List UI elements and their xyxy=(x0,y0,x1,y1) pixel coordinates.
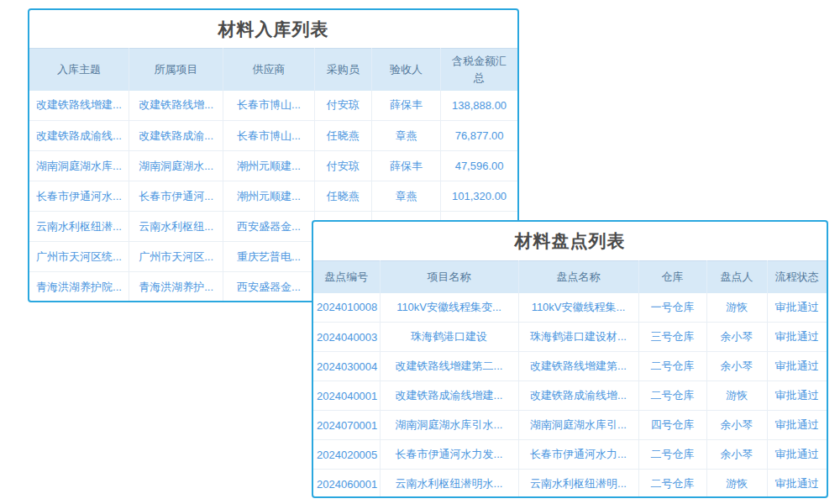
table-row[interactable]: 2024030004改建铁路线增建第二...改建铁路线增建第...二号仓库余小琴… xyxy=(313,352,827,381)
table-cell-link[interactable]: 2024040001 xyxy=(313,381,380,411)
table-cell-link[interactable]: 改建铁路成渝... xyxy=(129,121,223,151)
table-cell-link[interactable]: 长春市伊通河... xyxy=(129,181,223,212)
table-cell-link[interactable]: 改建铁路线增建第... xyxy=(518,352,638,381)
table-cell-link[interactable]: 湖南洞庭湖水库... xyxy=(29,151,129,181)
table-cell-link[interactable]: 四号仓库 xyxy=(638,411,706,440)
table-cell-link[interactable]: 青海洪湖养护... xyxy=(129,272,223,302)
table-cell-link[interactable]: 改建铁路成渝线... xyxy=(29,121,129,151)
table-cell-link[interactable]: 2024010008 xyxy=(313,293,380,323)
table-cell-link[interactable]: 任晓燕 xyxy=(314,121,371,151)
table-cell-link[interactable]: 青海洪湖养护院... xyxy=(29,272,129,302)
table-row[interactable]: 湖南洞庭湖水库...湖南洞庭湖水...潮州元顺建...付安琼薛保丰47,596.… xyxy=(29,151,517,181)
table-cell-link[interactable]: 湖南洞庭湖水库引水... xyxy=(380,411,518,440)
table-cell-link[interactable]: 二号仓库 xyxy=(638,381,706,411)
table-cell-link[interactable]: 珠海鹤港口建设 xyxy=(380,323,518,352)
column-header: 含税金额汇总 xyxy=(441,49,517,91)
material-stocktake-list-card: 材料盘点列表 盘点编号项目名称盘点名称仓库盘点人流程状态202401000811… xyxy=(312,220,828,498)
column-header: 验收人 xyxy=(371,49,440,91)
table-cell-link[interactable]: 余小琴 xyxy=(706,352,767,381)
table-row[interactable]: 改建铁路成渝线...改建铁路成渝...长春市博山...任晓燕章燕76,877.0… xyxy=(29,121,517,151)
inbound-list-title: 材料入库列表 xyxy=(29,10,517,48)
header-row: 盘点编号项目名称盘点名称仓库盘点人流程状态 xyxy=(313,261,827,293)
table-row[interactable]: 2024070001湖南洞庭湖水库引水...湖南洞庭湖水库引...四号仓库余小琴… xyxy=(313,411,827,440)
table-cell-link[interactable]: 广州市天河区统... xyxy=(29,242,129,272)
table-cell-link[interactable]: 付安琼 xyxy=(314,91,371,121)
table-cell-link[interactable]: 章燕 xyxy=(371,121,440,151)
table-cell-link[interactable]: 游恢 xyxy=(706,470,767,499)
table-cell-amount: 47,596.00 xyxy=(441,151,517,181)
table-cell-link[interactable]: 110kV安徽线程集... xyxy=(518,293,638,323)
table-cell-amount: 101,320.00 xyxy=(441,181,517,212)
table-cell-status[interactable]: 审批通过 xyxy=(767,293,827,323)
table-cell-link[interactable]: 西安盛器金... xyxy=(223,272,314,302)
table-row[interactable]: 长春市伊通河水...长春市伊通河...潮州元顺建...任晓燕章燕101,320.… xyxy=(29,181,517,212)
table-row[interactable]: 2024020005长春市伊通河水力发...长春市伊通河水力...二号仓库余小琴… xyxy=(313,440,827,470)
table-cell-link[interactable]: 改建铁路成渝线增建... xyxy=(380,381,518,411)
table-row[interactable]: 改建铁路线增建...改建铁路线增...长春市博山...付安琼薛保丰138,888… xyxy=(29,91,517,121)
table-cell-status[interactable]: 审批通过 xyxy=(767,381,827,411)
table-cell-link[interactable]: 广州市天河区... xyxy=(129,242,223,272)
table-cell-amount: 76,877.00 xyxy=(441,121,517,151)
table-cell-link[interactable]: 余小琴 xyxy=(706,440,767,470)
table-cell-link[interactable]: 云南水利枢纽潜... xyxy=(29,212,129,242)
table-cell-link[interactable]: 湖南洞庭湖水... xyxy=(129,151,223,181)
table-cell-link[interactable]: 云南水利枢纽... xyxy=(129,212,223,242)
table-cell-link[interactable]: 珠海鹤港口建设材... xyxy=(518,323,638,352)
table-cell-link[interactable]: 长春市博山... xyxy=(223,121,314,151)
table-cell-link[interactable]: 长春市伊通河水力发... xyxy=(380,440,518,470)
table-cell-link[interactable]: 潮州元顺建... xyxy=(223,151,314,181)
table-cell-link[interactable]: 云南水利枢纽潜明... xyxy=(518,470,638,499)
table-cell-link[interactable]: 2024070001 xyxy=(313,411,380,440)
table-cell-link[interactable]: 湖南洞庭湖水库引... xyxy=(518,411,638,440)
table-cell-link[interactable]: 游恢 xyxy=(706,293,767,323)
table-cell-link[interactable]: 西安盛器金... xyxy=(223,212,314,242)
table-cell-link[interactable]: 改建铁路成渝线增... xyxy=(518,381,638,411)
table-cell-status[interactable]: 审批通过 xyxy=(767,352,827,381)
table-cell-link[interactable]: 余小琴 xyxy=(706,323,767,352)
column-header: 流程状态 xyxy=(767,261,827,293)
table-cell-link[interactable]: 2024030004 xyxy=(313,352,380,381)
table-row[interactable]: 2024060001云南水利枢纽潜明水...云南水利枢纽潜明...二号仓库游恢审… xyxy=(313,470,827,499)
table-cell-link[interactable]: 长春市伊通河水... xyxy=(29,181,129,212)
table-cell-link[interactable]: 二号仓库 xyxy=(638,440,706,470)
table-cell-link[interactable]: 改建铁路线增... xyxy=(129,91,223,121)
table-cell-link[interactable]: 改建铁路线增建第二... xyxy=(380,352,518,381)
table-cell-link[interactable]: 余小琴 xyxy=(706,411,767,440)
table-cell-link[interactable]: 章燕 xyxy=(371,181,440,212)
table-cell-link[interactable]: 二号仓库 xyxy=(638,470,706,499)
column-header: 仓库 xyxy=(638,261,706,293)
table-cell-link[interactable]: 长春市博山... xyxy=(223,91,314,121)
table-cell-amount: 138,888.00 xyxy=(441,91,517,121)
table-row[interactable]: 2024040003珠海鹤港口建设珠海鹤港口建设材...三号仓库余小琴审批通过 xyxy=(313,323,827,352)
column-header: 盘点人 xyxy=(706,261,767,293)
table-cell-link[interactable]: 潮州元顺建... xyxy=(223,181,314,212)
table-row[interactable]: 2024010008110kV安徽线程集变...110kV安徽线程集...一号仓… xyxy=(313,293,827,323)
table-cell-link[interactable]: 重庆艺普电... xyxy=(223,242,314,272)
table-cell-link[interactable]: 改建铁路线增建... xyxy=(29,91,129,121)
table-cell-status[interactable]: 审批通过 xyxy=(767,411,827,440)
table-cell-link[interactable]: 110kV安徽线程集变... xyxy=(380,293,518,323)
table-cell-link[interactable]: 2024040003 xyxy=(313,323,380,352)
table-cell-link[interactable]: 薛保丰 xyxy=(371,151,440,181)
table-cell-link[interactable]: 二号仓库 xyxy=(638,352,706,381)
table-cell-link[interactable]: 一号仓库 xyxy=(638,293,706,323)
column-header: 供应商 xyxy=(223,49,314,91)
table-cell-link[interactable]: 游恢 xyxy=(706,381,767,411)
table-cell-link[interactable]: 付安琼 xyxy=(314,151,371,181)
table-cell-status[interactable]: 审批通过 xyxy=(767,470,827,499)
table-cell-link[interactable]: 云南水利枢纽潜明水... xyxy=(380,470,518,499)
table-cell-link[interactable]: 三号仓库 xyxy=(638,323,706,352)
stocktake-list-title: 材料盘点列表 xyxy=(313,222,827,260)
table-cell-status[interactable]: 审批通过 xyxy=(767,323,827,352)
table-cell-link[interactable]: 薛保丰 xyxy=(371,91,440,121)
table-cell-link[interactable]: 长春市伊通河水力... xyxy=(518,440,638,470)
table-cell-status[interactable]: 审批通过 xyxy=(767,440,827,470)
table-cell-link[interactable]: 2024020005 xyxy=(313,440,380,470)
column-header: 所属项目 xyxy=(129,49,223,91)
column-header: 盘点编号 xyxy=(313,261,380,293)
table-cell-link[interactable]: 2024060001 xyxy=(313,470,380,499)
stocktake-table: 盘点编号项目名称盘点名称仓库盘点人流程状态2024010008110kV安徽线程… xyxy=(313,260,827,498)
table-row[interactable]: 2024040001改建铁路成渝线增建...改建铁路成渝线增...二号仓库游恢审… xyxy=(313,381,827,411)
table-cell-link[interactable]: 任晓燕 xyxy=(314,181,371,212)
header-row: 入库主题所属项目供应商采购员验收人含税金额汇总 xyxy=(29,49,517,91)
